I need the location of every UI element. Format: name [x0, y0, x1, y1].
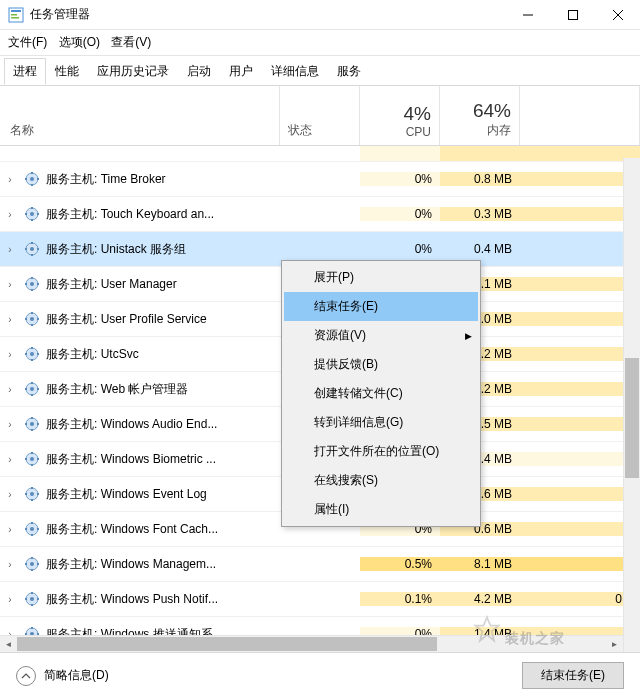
- header-name[interactable]: 名称: [0, 86, 280, 145]
- gear-icon: [24, 381, 40, 397]
- tab-4[interactable]: 用户: [220, 58, 262, 85]
- gear-icon: [24, 591, 40, 607]
- expand-toggle[interactable]: ›: [0, 384, 20, 395]
- memory-cell: 8.1 MB: [440, 557, 520, 571]
- process-name: 服务主机: Web 帐户管理器: [46, 381, 280, 398]
- gear-icon: [24, 276, 40, 292]
- tab-5[interactable]: 详细信息: [262, 58, 328, 85]
- close-icon: [613, 10, 623, 20]
- gear-icon: [24, 171, 40, 187]
- svg-point-33: [30, 317, 34, 321]
- scroll-left-arrow[interactable]: ◄: [0, 636, 17, 653]
- svg-point-51: [30, 422, 34, 426]
- chevron-up-icon: [16, 666, 36, 686]
- column-headers: 名称 状态 4% CPU 64% 内存: [0, 86, 640, 146]
- h-scrollbar-thumb[interactable]: [17, 637, 437, 651]
- minimize-button[interactable]: [505, 0, 550, 30]
- maximize-button[interactable]: [550, 0, 595, 30]
- close-button[interactable]: [595, 0, 640, 30]
- process-name: 服务主机: Windows Font Cach...: [46, 521, 280, 538]
- expand-toggle[interactable]: ›: [0, 279, 20, 290]
- expand-toggle[interactable]: ›: [0, 314, 20, 325]
- memory-cell: 0.4 MB: [440, 242, 520, 256]
- header-cpu[interactable]: 4% CPU: [360, 86, 440, 145]
- expand-toggle[interactable]: ›: [0, 454, 20, 465]
- expand-toggle[interactable]: ›: [0, 594, 20, 605]
- context-menu-item[interactable]: 转到详细信息(G): [284, 408, 478, 437]
- vertical-scrollbar[interactable]: [623, 158, 640, 652]
- tab-6[interactable]: 服务: [328, 58, 370, 85]
- svg-point-15: [30, 212, 34, 216]
- context-menu-item[interactable]: 结束任务(E): [284, 292, 478, 321]
- expand-toggle[interactable]: ›: [0, 174, 20, 185]
- tab-3[interactable]: 启动: [178, 58, 220, 85]
- context-menu-item[interactable]: 在线搜索(S): [284, 466, 478, 495]
- svg-point-39: [30, 352, 34, 356]
- menu-view[interactable]: 查看(V): [111, 34, 151, 51]
- tab-1[interactable]: 性能: [46, 58, 88, 85]
- menubar: 文件(F) 选项(O) 查看(V): [0, 30, 640, 56]
- context-menu-item[interactable]: 资源值(V)▶: [284, 321, 478, 350]
- gear-icon: [24, 346, 40, 362]
- context-menu-item[interactable]: 创建转储文件(C): [284, 379, 478, 408]
- header-status[interactable]: 状态: [280, 86, 360, 145]
- memory-label: 内存: [440, 122, 511, 139]
- minimize-icon: [523, 10, 533, 20]
- context-menu: 展开(P)结束任务(E)资源值(V)▶提供反馈(B)创建转储文件(C)转到详细信…: [281, 260, 481, 527]
- process-row[interactable]: ›服务主机: Windows Push Notif...0.1%4.2 MB0.…: [0, 582, 640, 617]
- process-name: 服务主机: Touch Keyboard an...: [46, 206, 280, 223]
- svg-point-57: [30, 457, 34, 461]
- expand-toggle[interactable]: ›: [0, 209, 20, 220]
- header-extra[interactable]: [520, 86, 640, 145]
- context-menu-item[interactable]: 提供反馈(B): [284, 350, 478, 379]
- process-row[interactable]: ›服务主机: Touch Keyboard an...0%0.3 MB0: [0, 197, 640, 232]
- end-task-button[interactable]: 结束任务(E): [522, 662, 624, 689]
- menu-options[interactable]: 选项(O): [59, 34, 100, 51]
- horizontal-scrollbar[interactable]: ◄ ►: [0, 635, 623, 652]
- fewer-details-toggle[interactable]: 简略信息(D): [16, 666, 109, 686]
- expand-toggle[interactable]: ›: [0, 489, 20, 500]
- extra-cell: 0.1: [520, 592, 640, 606]
- extra-cell: 0: [520, 242, 640, 256]
- submenu-arrow-icon: ▶: [465, 331, 472, 341]
- window-controls: [505, 0, 640, 30]
- context-menu-item[interactable]: 打开文件所在的位置(O): [284, 437, 478, 466]
- extra-cell: 0: [520, 312, 640, 326]
- tab-0[interactable]: 进程: [4, 58, 46, 85]
- fewer-details-label: 简略信息(D): [44, 667, 109, 684]
- app-icon: [8, 7, 24, 23]
- process-name: 服务主机: User Manager: [46, 276, 280, 293]
- svg-point-9: [30, 177, 34, 181]
- extra-cell: 0: [520, 382, 640, 396]
- extra-cell: 0: [520, 417, 640, 431]
- process-row[interactable]: ›服务主机: Windows Managem...0.5%8.1 MB0: [0, 547, 640, 582]
- process-name: 服务主机: Unistack 服务组: [46, 241, 280, 258]
- context-menu-item[interactable]: 展开(P): [284, 263, 478, 292]
- gear-icon: [24, 241, 40, 257]
- cpu-label: CPU: [360, 125, 431, 139]
- memory-percent: 64%: [440, 100, 511, 122]
- expand-toggle[interactable]: ›: [0, 349, 20, 360]
- header-memory[interactable]: 64% 内存: [440, 86, 520, 145]
- gear-icon: [24, 486, 40, 502]
- menu-file[interactable]: 文件(F): [8, 34, 47, 51]
- gear-icon: [24, 416, 40, 432]
- process-name: 服务主机: Windows Managem...: [46, 556, 280, 573]
- process-name: 服务主机: Windows Audio End...: [46, 416, 280, 433]
- gear-icon: [24, 451, 40, 467]
- expand-toggle[interactable]: ›: [0, 559, 20, 570]
- svg-rect-5: [568, 10, 577, 19]
- memory-cell: 0.3 MB: [440, 207, 520, 221]
- tab-2[interactable]: 应用历史记录: [88, 58, 178, 85]
- expand-toggle[interactable]: ›: [0, 419, 20, 430]
- scrollbar-thumb[interactable]: [625, 358, 639, 478]
- scroll-right-arrow[interactable]: ►: [606, 636, 623, 653]
- context-menu-item[interactable]: 属性(I): [284, 495, 478, 524]
- memory-cell: 4.2 MB: [440, 592, 520, 606]
- extra-cell: 0: [520, 452, 640, 466]
- expand-toggle[interactable]: ›: [0, 244, 20, 255]
- expand-toggle[interactable]: ›: [0, 524, 20, 535]
- footer: 简略信息(D) 结束任务(E): [0, 652, 640, 698]
- process-row[interactable]: ›服务主机: Time Broker0%0.8 MB0: [0, 162, 640, 197]
- svg-rect-1: [11, 10, 21, 12]
